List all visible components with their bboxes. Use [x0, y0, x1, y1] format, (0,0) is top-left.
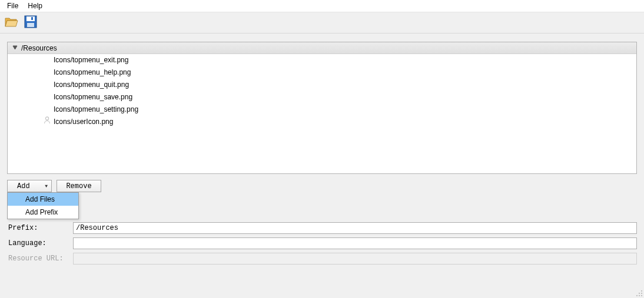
user-icon: [43, 116, 51, 128]
resize-grip-icon[interactable]: [635, 289, 643, 297]
prefix-input[interactable]: [73, 222, 637, 234]
open-button[interactable]: [4, 15, 20, 31]
dropdown-item-add-files[interactable]: Add Files: [8, 193, 78, 206]
svg-point-6: [639, 293, 640, 294]
language-input[interactable]: [73, 237, 637, 249]
svg-point-9: [639, 295, 640, 296]
add-dropdown: Add Files Add Prefix: [7, 192, 79, 219]
menubar: File Help: [0, 0, 644, 12]
tree-item-label: Icons/userIcon.png: [54, 116, 113, 128]
language-label: Language:: [7, 239, 61, 247]
remove-button-label: Remove: [66, 182, 91, 190]
svg-point-7: [641, 293, 642, 294]
save-button[interactable]: [22, 15, 39, 31]
dropdown-item-add-prefix[interactable]: Add Prefix: [8, 206, 78, 219]
save-icon: [24, 15, 37, 30]
tree-item[interactable]: Icons/topmenu_setting.png: [8, 103, 636, 116]
toolbar: [0, 12, 644, 34]
prefix-label: Prefix:: [7, 224, 61, 232]
tree-root-label: /Resources: [21, 42, 57, 54]
add-button-label: Add: [17, 182, 30, 190]
properties-form: Prefix: Language: Resource URL:: [7, 220, 637, 266]
svg-point-8: [636, 295, 638, 296]
tree-item[interactable]: Icons/topmenu_help.png: [8, 66, 636, 79]
add-button[interactable]: Add ▼: [7, 180, 52, 192]
svg-rect-2: [27, 23, 34, 27]
svg-rect-1: [26, 16, 35, 21]
tree-root-node[interactable]: /Resources: [8, 42, 636, 54]
content-area: /Resources Icons/topmenu_exit.png Icons/…: [0, 34, 644, 269]
svg-point-4: [45, 117, 48, 120]
resource-url-input: [73, 253, 637, 264]
svg-point-5: [641, 290, 642, 292]
tree-item[interactable]: Icons/topmenu_save.png: [8, 91, 636, 103]
menu-help[interactable]: Help: [23, 1, 47, 11]
button-row: Add ▼ Remove Add Files Add Prefix: [7, 180, 637, 192]
caret-down-icon: ▼: [45, 183, 48, 189]
folder-open-icon: [5, 16, 19, 29]
resource-url-label: Resource URL:: [7, 255, 73, 263]
tree-item[interactable]: Icons/userIcon.png: [8, 116, 636, 128]
resource-tree[interactable]: /Resources Icons/topmenu_exit.png Icons/…: [7, 42, 637, 174]
chevron-down-icon: [12, 42, 18, 54]
svg-point-10: [641, 295, 642, 296]
remove-button[interactable]: Remove: [57, 180, 101, 192]
tree-item[interactable]: Icons/topmenu_quit.png: [8, 79, 636, 91]
tree-item[interactable]: Icons/topmenu_exit.png: [8, 54, 636, 66]
svg-rect-3: [31, 17, 33, 20]
menu-file[interactable]: File: [2, 1, 23, 11]
